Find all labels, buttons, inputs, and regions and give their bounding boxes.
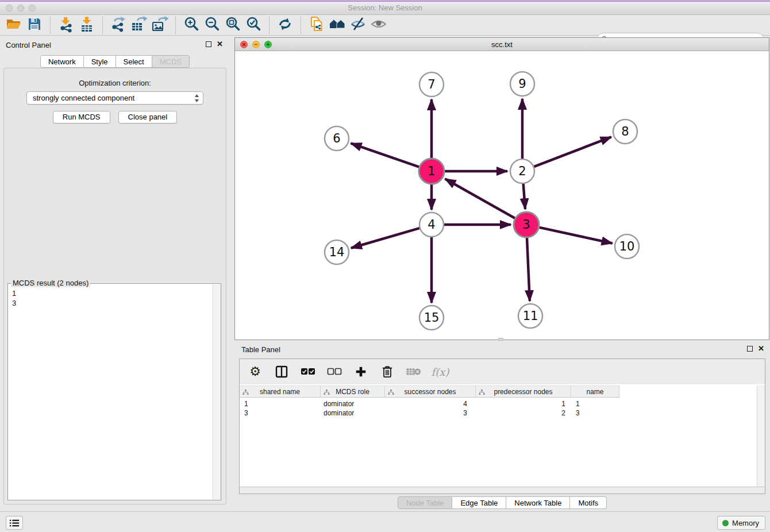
tab-node-table[interactable]: Node Table xyxy=(398,496,453,509)
tab-mcds[interactable]: MCDS xyxy=(152,55,190,68)
trash-icon xyxy=(381,365,394,379)
network-graph[interactable]: 7968124314101511 xyxy=(235,51,769,340)
cell-filler xyxy=(619,399,757,408)
memory-button[interactable]: Memory xyxy=(717,516,765,530)
export-image-button[interactable] xyxy=(149,16,170,34)
network-view-window: scc.txt 7968124314101511 xyxy=(234,37,769,340)
zoom-fit-button[interactable] xyxy=(222,16,243,34)
table-panel-header: Table Panel ✕ xyxy=(234,342,770,358)
graph-node-label-6: 6 xyxy=(333,132,340,145)
delete-table-button[interactable] xyxy=(405,363,422,380)
task-history-button[interactable] xyxy=(6,516,23,530)
optimization-criterion-label: Optimization criterion: xyxy=(4,79,226,87)
close-panel-button[interactable]: Close panel xyxy=(118,111,178,124)
network-window-titlebar[interactable]: scc.txt xyxy=(235,38,769,51)
export-image-icon xyxy=(151,16,168,35)
result-scrollbar[interactable] xyxy=(213,284,221,499)
column-label: shared name xyxy=(260,388,300,396)
mcds-result-text[interactable]: 1 3 xyxy=(8,285,212,500)
cell-shared-name[interactable]: 3 xyxy=(240,408,321,418)
fx-icon: f(x) xyxy=(432,366,449,378)
add-row-button[interactable] xyxy=(352,363,369,380)
duplicate-network-button[interactable] xyxy=(306,16,327,34)
table-header-row: shared name MCDS role successor nodes pr… xyxy=(240,385,757,398)
toolbar-separator xyxy=(175,17,176,34)
column-label: name xyxy=(586,388,603,396)
cell-name[interactable]: 3 xyxy=(571,408,619,418)
close-table-panel-icon[interactable]: ✕ xyxy=(758,346,764,352)
refresh-button[interactable] xyxy=(275,16,295,34)
cell-name[interactable]: 1 xyxy=(571,399,619,408)
zoom-out-button[interactable] xyxy=(202,16,222,34)
graph-edge-3-11[interactable] xyxy=(527,237,530,301)
import-table-button[interactable] xyxy=(76,16,97,34)
graph-edge-3-10[interactable] xyxy=(538,228,612,244)
function-builder-button[interactable]: f(x) xyxy=(432,363,449,380)
tab-select[interactable]: Select xyxy=(116,55,152,68)
float-panel-icon[interactable] xyxy=(206,41,211,47)
network-canvas[interactable]: 7968124314101511 xyxy=(235,51,769,340)
show-graphics-details-button[interactable] xyxy=(368,16,389,34)
table-panel-box: ⚙ f(x) xyxy=(239,358,765,494)
column-header-name[interactable]: name xyxy=(571,385,619,398)
hierarchy-icon xyxy=(324,389,330,395)
hierarchy-icon xyxy=(479,389,485,395)
run-mcds-button[interactable]: Run MCDS xyxy=(53,111,110,124)
save-session-button[interactable] xyxy=(24,16,45,34)
column-label: MCDS role xyxy=(336,388,369,396)
graph-edge-4-14[interactable] xyxy=(351,228,420,248)
table-scrollbar[interactable] xyxy=(757,385,765,487)
column-label: successor nodes xyxy=(404,388,456,396)
cell-mcds-role[interactable]: dominator xyxy=(321,399,385,408)
cell-predecessor-nodes[interactable]: 2 xyxy=(476,408,571,418)
delete-row-button[interactable] xyxy=(379,363,396,380)
home-button[interactable] xyxy=(327,16,348,34)
refresh-icon xyxy=(276,16,294,35)
tab-network[interactable]: Network xyxy=(40,55,84,68)
open-session-button[interactable] xyxy=(3,16,24,34)
tab-motifs[interactable]: Motifs xyxy=(570,496,607,509)
hide-graphics-details-button[interactable] xyxy=(348,16,368,34)
plus-icon xyxy=(355,365,367,378)
tab-edge-table[interactable]: Edge Table xyxy=(452,496,506,509)
deselect-all-button[interactable] xyxy=(326,363,343,380)
select-all-button[interactable] xyxy=(299,363,317,380)
table-row[interactable]: 1 dominator 4 1 1 xyxy=(240,399,757,408)
graph-node-label-9: 9 xyxy=(518,77,526,91)
cell-shared-name[interactable]: 1 xyxy=(240,399,321,408)
window-title: Session: New Session xyxy=(0,3,770,12)
column-header-successor-nodes[interactable]: successor nodes xyxy=(385,385,476,398)
show-column-button[interactable] xyxy=(273,363,290,380)
select-chevrons-icon xyxy=(194,94,199,106)
graph-edge-2-3[interactable] xyxy=(523,183,525,209)
zoom-selected-button[interactable] xyxy=(243,16,264,34)
graph-node-label-10: 10 xyxy=(619,240,635,253)
export-table-button[interactable] xyxy=(129,16,149,34)
splitter-handle[interactable] xyxy=(498,338,503,341)
table-settings-button[interactable]: ⚙ xyxy=(247,363,264,380)
cell-successor-nodes[interactable]: 3 xyxy=(385,408,476,418)
table-row[interactable]: 3 dominator 3 2 3 xyxy=(240,408,757,418)
table-panel-title: Table Panel xyxy=(241,345,280,354)
graph-edge-2-8[interactable] xyxy=(534,137,611,167)
import-network-button[interactable] xyxy=(56,16,76,34)
tab-network-table[interactable]: Network Table xyxy=(506,496,570,509)
column-header-mcds-role[interactable]: MCDS role xyxy=(321,385,385,398)
export-network-button[interactable] xyxy=(108,16,129,34)
column-header-shared-name[interactable]: shared name xyxy=(240,385,321,398)
mcds-result-box: MCDS result (2 nodes) 1 3 xyxy=(7,283,221,500)
table-body: 1 dominator 4 1 1 3 dominator 3 2 3 xyxy=(240,398,757,418)
zoom-selected-icon xyxy=(245,16,262,35)
float-table-panel-icon[interactable] xyxy=(747,346,753,352)
control-panel-header: Control Panel ✕ xyxy=(0,37,230,53)
column-header-predecessor-nodes[interactable]: predecessor nodes xyxy=(476,385,571,398)
criterion-select[interactable]: strongly connected component xyxy=(26,91,203,105)
close-panel-icon[interactable]: ✕ xyxy=(217,41,223,47)
graph-edge-3-1[interactable] xyxy=(445,179,515,218)
cell-predecessor-nodes[interactable]: 1 xyxy=(476,399,571,408)
tab-style[interactable]: Style xyxy=(84,55,116,68)
zoom-in-button[interactable] xyxy=(181,16,202,34)
cell-successor-nodes[interactable]: 4 xyxy=(385,399,476,408)
cell-mcds-role[interactable]: dominator xyxy=(321,408,385,418)
graph-edge-1-6[interactable] xyxy=(351,143,420,167)
